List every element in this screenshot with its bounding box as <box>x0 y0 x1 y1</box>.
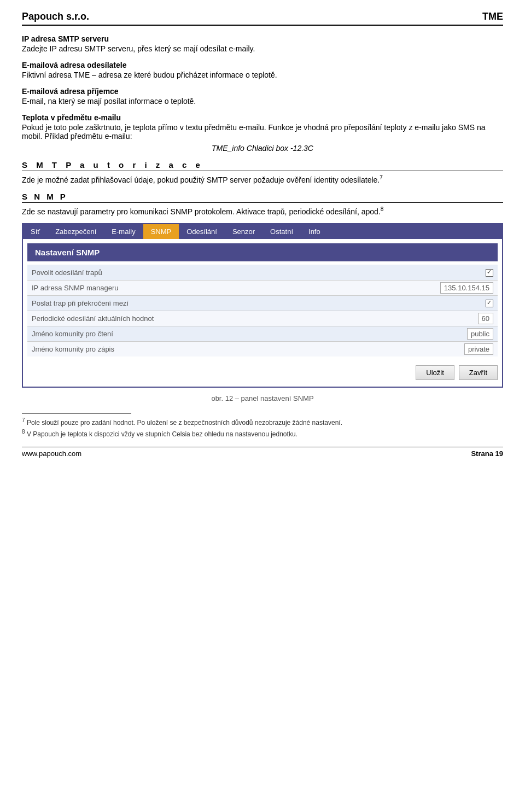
section-email-recipient-title: E-mailová adresa příjemce <box>22 87 503 96</box>
nav-tab-ostatn-[interactable]: Ostatní <box>262 224 301 239</box>
figure-caption: obr. 12 – panel nastavení SNMP <box>22 394 503 402</box>
website-link: www.papouch.com <box>22 449 81 458</box>
section-email-sender: E-mailová adresa odesílatele Fiktivní ad… <box>22 61 503 79</box>
page-number: Strana 19 <box>471 449 503 458</box>
nav-tab-s--[interactable]: Síť <box>23 224 48 239</box>
nav-tab-bar: SíťZabezpečeníE-mailySNMPOdesíláníSenzor… <box>23 224 502 239</box>
snmp-footnote-ref: 8 <box>381 206 384 212</box>
nav-tab-zabezpe-en-[interactable]: Zabezpečení <box>48 224 104 239</box>
snmp-settings-panel: SíťZabezpečeníE-mailySNMPOdesíláníSenzor… <box>22 223 503 388</box>
product-name: TME <box>482 11 503 22</box>
close-button[interactable]: Zavřít <box>459 365 498 380</box>
input-field-3[interactable]: 60 <box>478 313 493 324</box>
row-label-0: Povolit odesílání trapů <box>27 265 286 280</box>
section-smtp-server-body: Zadejte IP adresu SMTP serveru, přes kte… <box>22 44 503 53</box>
smtp-auth-body-section: Zde je možné zadat přihlašovací údaje, p… <box>22 174 503 184</box>
snmp-body: Zde se nastavují parametry pro komunikac… <box>22 206 503 216</box>
smtp-auth-body: Zde je možné zadat přihlašovací údaje, p… <box>22 174 503 184</box>
row-label-4: Jméno komunity pro čtení <box>27 326 286 342</box>
table-row: Jméno komunity pro zápisprivate <box>27 342 498 357</box>
footnote-8: 8 V Papouch je teplota k dispozici vždy … <box>22 429 503 438</box>
row-value-4[interactable]: public <box>286 326 498 342</box>
row-value-5[interactable]: private <box>286 342 498 357</box>
row-label-2: Poslat trap při překročení mezí <box>27 295 286 311</box>
row-value-1[interactable]: 135.10.154.15 <box>286 280 498 295</box>
row-value-0 <box>286 265 498 280</box>
section-temp-subject-title: Teplota v předmětu e-mailu <box>22 113 503 122</box>
checkbox-icon-2[interactable] <box>486 300 493 307</box>
nav-tab-senzor[interactable]: Senzor <box>225 224 262 239</box>
save-button[interactable]: Uložit <box>416 365 454 380</box>
section-email-sender-title: E-mailová adresa odesílatele <box>22 61 503 69</box>
section-email-recipient: E-mailová adresa příjemce E-mail, na kte… <box>22 87 503 106</box>
smtp-auth-footnote-ref: 7 <box>380 174 383 180</box>
row-label-5: Jméno komunity pro zápis <box>27 342 286 357</box>
section-email-sender-body: Fiktivní adresa TME – adresa ze které bu… <box>22 71 503 79</box>
checkbox-icon-0[interactable] <box>486 269 493 277</box>
input-field-5[interactable]: private <box>464 343 493 355</box>
smtp-auth-title: S M T P a u t o r i z a c e <box>22 160 503 171</box>
table-row: Poslat trap při překročení mezí <box>27 295 498 311</box>
snmp-title: S N M P <box>22 192 503 203</box>
footnote-7: 7 Pole slouží pouze pro zadání hodnot. P… <box>22 417 503 427</box>
section-temp-subject-body: Pokud je toto pole zaškrtnuto, je teplot… <box>22 123 503 141</box>
footnote-8-num: 8 <box>22 429 25 435</box>
snmp-body-section: Zde se nastavují parametry pro komunikac… <box>22 206 503 216</box>
snmp-settings-table: Povolit odesílání trapůIP adresa SNMP ma… <box>27 265 498 357</box>
panel-inner: Nastavení SNMP Povolit odesílání trapůIP… <box>23 243 502 387</box>
row-label-3: Periodické odesílání aktuálních hodnot <box>27 311 286 326</box>
table-row: Periodické odesílání aktuálních hodnot60 <box>27 311 498 326</box>
row-label-1: IP adresa SNMP manageru <box>27 280 286 295</box>
nav-tab-snmp[interactable]: SNMP <box>143 224 179 239</box>
table-row: IP adresa SNMP manageru135.10.154.15 <box>27 280 498 295</box>
nav-tab-odes-l-n-[interactable]: Odesílání <box>179 224 225 239</box>
footnote-7-num: 7 <box>22 417 25 423</box>
input-field-4[interactable]: public <box>467 328 493 340</box>
input-field-1[interactable]: 135.10.154.15 <box>440 282 493 294</box>
section-email-recipient-body: E-mail, na který se mají posílat informa… <box>22 97 503 106</box>
example-email-subject: TME_info Chladici box -12.3C <box>22 144 503 153</box>
page-header: Papouch s.r.o. TME <box>22 11 503 26</box>
nav-tab-info[interactable]: Info <box>301 224 328 239</box>
panel-title: Nastavení SNMP <box>27 243 498 261</box>
company-name: Papouch s.r.o. <box>22 11 89 22</box>
panel-buttons: UložitZavřít <box>23 361 502 387</box>
row-value-3[interactable]: 60 <box>286 311 498 326</box>
table-row: Povolit odesílání trapů <box>27 265 498 280</box>
footnote-separator <box>22 413 131 414</box>
section-smtp-server-title: IP adresa SMTP serveru <box>22 34 503 43</box>
row-value-2 <box>286 295 498 311</box>
section-temp-subject: Teplota v předmětu e-mailu Pokud je toto… <box>22 113 503 153</box>
section-smtp-server: IP adresa SMTP serveru Zadejte IP adresu… <box>22 34 503 53</box>
page-footer: www.papouch.com Strana 19 <box>22 447 503 458</box>
table-row: Jméno komunity pro čtenípublic <box>27 326 498 342</box>
nav-tab-e-maily[interactable]: E-maily <box>104 224 143 239</box>
